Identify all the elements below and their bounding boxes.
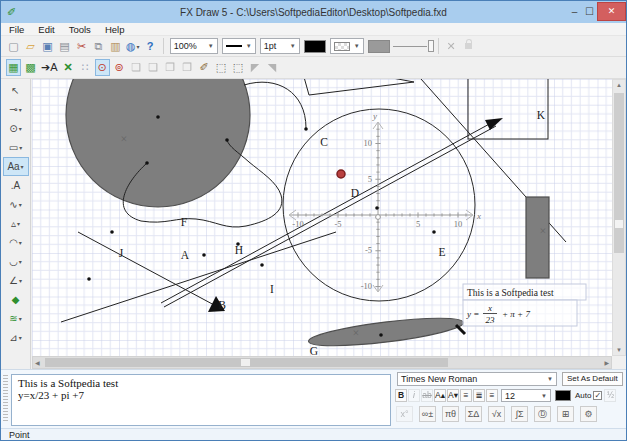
fill-tool[interactable]: ◆	[3, 290, 29, 309]
point-label-k[interactable]: K	[537, 109, 546, 121]
scroll-right-arrow[interactable]: ▶	[604, 359, 609, 366]
greek-letters-button[interactable]: πθ	[442, 406, 459, 422]
select-tool[interactable]: ↖	[3, 81, 29, 100]
circled-symbols-button[interactable]: Ⓓ	[534, 406, 551, 422]
increase-font-button[interactable]: A▴	[434, 389, 446, 402]
font-size-select[interactable]: 12▼	[501, 389, 551, 402]
point-dot[interactable]	[87, 277, 91, 281]
fill-pattern-select[interactable]: ▼	[330, 38, 364, 54]
set-as-default-button[interactable]: Set As Default	[562, 372, 623, 386]
circle-tool[interactable]: ⊙▾	[3, 119, 29, 138]
fill-color-swatch[interactable]	[368, 40, 390, 53]
equation-settings-gear-icon[interactable]: ⚙	[580, 406, 597, 422]
label-tool[interactable]: .A	[3, 176, 29, 195]
annotation-text-box[interactable]: This is a Softpedia test y = x 23 + π + …	[463, 284, 586, 326]
point-label-j[interactable]: J	[119, 247, 124, 259]
text-color-swatch[interactable]	[555, 390, 571, 401]
graph-tool[interactable]: ≋▾	[3, 309, 29, 328]
rectangle-tool[interactable]: ▭▾	[3, 138, 29, 157]
scroll-down-arrow[interactable]: ▼	[616, 347, 622, 353]
point-dot[interactable]	[432, 230, 436, 234]
red-point[interactable]	[337, 170, 345, 178]
decrease-font-button[interactable]: A▾	[447, 389, 459, 402]
operators-button[interactable]: ΣΔ	[465, 406, 482, 422]
radical-button[interactable]: √x	[488, 406, 505, 422]
paste-icon[interactable]: ▥	[108, 38, 123, 55]
marquee-select-points-icon[interactable]: ⬚	[231, 59, 246, 76]
auto-size-checkbox[interactable]: ✓	[593, 391, 602, 400]
minimize-button[interactable]: –	[567, 6, 582, 17]
polygon-tool[interactable]: ▵▾	[3, 214, 29, 233]
line-color-swatch[interactable]	[304, 40, 326, 53]
horizontal-scrollbar[interactable]: ◀ ▶	[32, 356, 612, 369]
freehand-shape-tool[interactable]: ◠▾	[3, 233, 29, 252]
marquee-select-icon[interactable]: ⬚	[214, 59, 229, 76]
menu-tools[interactable]: Tools	[69, 24, 91, 35]
grid-show-icon[interactable]: ▦	[6, 59, 21, 76]
close-button[interactable]: ✕	[597, 2, 626, 21]
point-dot[interactable]	[375, 206, 379, 210]
text-tool[interactable]: Aa▾	[3, 157, 29, 176]
point-label-h[interactable]: H	[235, 244, 243, 256]
point-dot[interactable]	[202, 253, 206, 257]
point-label-g[interactable]: G	[310, 345, 318, 356]
measure-tool[interactable]: ⊿▾	[3, 328, 29, 347]
help-icon[interactable]: ?	[143, 38, 158, 55]
show-points-icon[interactable]: ⊙	[95, 59, 110, 76]
drawing-canvas[interactable]: -10-5510 105-5-10 y x ××× ABCDEFGHIJK Th…	[32, 79, 612, 356]
calculus-button[interactable]: ∫Σ	[511, 406, 528, 422]
menu-file[interactable]: File	[9, 24, 24, 35]
point-label-a[interactable]: A	[181, 249, 190, 261]
point-label-e[interactable]: E	[438, 246, 445, 258]
spacing-medium-button[interactable]: ≣	[473, 389, 485, 402]
spacing-single-button[interactable]: ≡	[460, 389, 472, 402]
font-family-select[interactable]: Times New Roman▼	[397, 372, 557, 386]
auto-label-icon[interactable]: ➔A	[40, 59, 59, 76]
point-dot[interactable]	[379, 333, 383, 337]
clear-all-icon[interactable]: ✕	[61, 59, 76, 76]
point-label-i[interactable]: I	[270, 283, 274, 295]
menu-edit[interactable]: Edit	[38, 24, 54, 35]
vertical-scrollbar[interactable]: ▲ ▼	[612, 79, 626, 356]
line-style-select[interactable]: ▼	[222, 38, 256, 54]
dot-grid-icon[interactable]: ∷	[78, 59, 93, 76]
point-label-b[interactable]: B	[218, 299, 226, 311]
copy-icon[interactable]: ⧉	[91, 38, 106, 55]
matrix-button[interactable]: ⊞	[557, 406, 574, 422]
cut-icon[interactable]: ✂	[74, 38, 89, 55]
scroll-left-arrow[interactable]: ◀	[35, 359, 40, 366]
transparency-slider-handle[interactable]	[428, 40, 434, 52]
show-point-labels-icon[interactable]: ⊚	[112, 59, 127, 76]
maximize-button[interactable]: ☐	[582, 6, 597, 17]
infinity-symbols-button[interactable]: ∞±	[419, 406, 436, 422]
point-dot[interactable]	[110, 230, 114, 234]
text-editor[interactable]: This is a Softpedia test y=x/23 + pi +7	[11, 374, 391, 426]
point-dot[interactable]	[225, 138, 229, 142]
point-label-f[interactable]: F	[181, 216, 187, 228]
new-document-icon[interactable]: ▢	[6, 38, 21, 55]
point-label-d[interactable]: D	[351, 187, 359, 199]
open-folder-icon[interactable]: ▱	[23, 38, 38, 55]
curve-tool[interactable]: ∿▾	[3, 195, 29, 214]
line-width-select[interactable]: 1pt▼	[260, 38, 300, 54]
save-icon[interactable]: ▣	[40, 38, 55, 55]
print-icon[interactable]: ▤	[57, 38, 72, 55]
point-dot[interactable]	[145, 161, 149, 165]
point-dot[interactable]	[260, 263, 264, 267]
point-dot[interactable]	[304, 127, 308, 131]
format-painter-icon[interactable]: ✐	[197, 59, 212, 76]
web-export-icon[interactable]: ◍▾	[125, 38, 141, 55]
grid-snap-icon[interactable]: ▩	[23, 59, 38, 76]
bold-button[interactable]: B	[395, 389, 407, 402]
zoom-select[interactable]: 100%▼	[170, 38, 218, 54]
arc-tool[interactable]: ◡▾	[3, 252, 29, 271]
vertical-scroll-thumb[interactable]	[614, 93, 624, 253]
panel-drag-handle[interactable]	[3, 375, 8, 423]
menu-help[interactable]: Help	[105, 24, 125, 35]
point-dot[interactable]	[156, 115, 160, 119]
spacing-double-button[interactable]: ≡	[486, 389, 498, 402]
point-line-tool[interactable]: ⊸▾	[3, 100, 29, 119]
point-label-c[interactable]: C	[320, 136, 328, 148]
scroll-up-arrow[interactable]: ▲	[616, 82, 622, 88]
angle-tool[interactable]: ∠▾	[3, 271, 29, 290]
